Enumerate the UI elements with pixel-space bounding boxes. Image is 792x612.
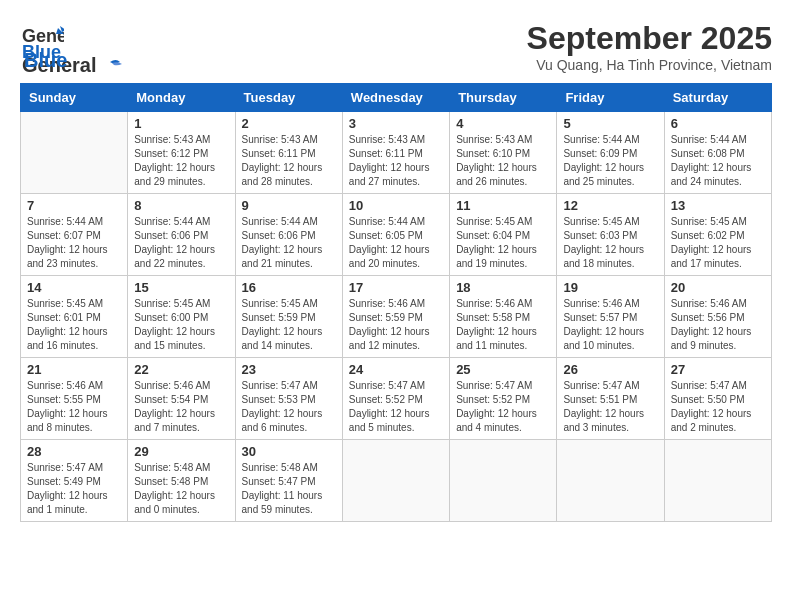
day-number: 9 (242, 198, 336, 213)
calendar-week-row: 28Sunrise: 5:47 AM Sunset: 5:49 PM Dayli… (21, 440, 772, 522)
cell-content: Sunrise: 5:43 AM Sunset: 6:12 PM Dayligh… (134, 133, 228, 189)
day-number: 8 (134, 198, 228, 213)
calendar-cell: 29Sunrise: 5:48 AM Sunset: 5:48 PM Dayli… (128, 440, 235, 522)
cell-content: Sunrise: 5:43 AM Sunset: 6:11 PM Dayligh… (349, 133, 443, 189)
calendar-cell: 19Sunrise: 5:46 AM Sunset: 5:57 PM Dayli… (557, 276, 664, 358)
calendar-cell: 24Sunrise: 5:47 AM Sunset: 5:52 PM Dayli… (342, 358, 449, 440)
cell-content: Sunrise: 5:44 AM Sunset: 6:09 PM Dayligh… (563, 133, 657, 189)
day-number: 3 (349, 116, 443, 131)
day-number: 1 (134, 116, 228, 131)
calendar-cell: 26Sunrise: 5:47 AM Sunset: 5:51 PM Dayli… (557, 358, 664, 440)
cell-content: Sunrise: 5:47 AM Sunset: 5:51 PM Dayligh… (563, 379, 657, 435)
day-number: 10 (349, 198, 443, 213)
day-number: 6 (671, 116, 765, 131)
cell-content: Sunrise: 5:44 AM Sunset: 6:08 PM Dayligh… (671, 133, 765, 189)
cell-content: Sunrise: 5:44 AM Sunset: 6:06 PM Dayligh… (134, 215, 228, 271)
calendar-cell: 14Sunrise: 5:45 AM Sunset: 6:01 PM Dayli… (21, 276, 128, 358)
day-number: 19 (563, 280, 657, 295)
cell-content: Sunrise: 5:45 AM Sunset: 6:02 PM Dayligh… (671, 215, 765, 271)
calendar-week-row: 1Sunrise: 5:43 AM Sunset: 6:12 PM Daylig… (21, 112, 772, 194)
calendar-cell: 5Sunrise: 5:44 AM Sunset: 6:09 PM Daylig… (557, 112, 664, 194)
calendar-cell: 11Sunrise: 5:45 AM Sunset: 6:04 PM Dayli… (450, 194, 557, 276)
calendar-cell: 23Sunrise: 5:47 AM Sunset: 5:53 PM Dayli… (235, 358, 342, 440)
cell-content: Sunrise: 5:44 AM Sunset: 6:07 PM Dayligh… (27, 215, 121, 271)
weekday-header-thursday: Thursday (450, 84, 557, 112)
cell-content: Sunrise: 5:47 AM Sunset: 5:49 PM Dayligh… (27, 461, 121, 517)
location-subtitle: Vu Quang, Ha Tinh Province, Vietnam (527, 57, 772, 73)
calendar-cell (664, 440, 771, 522)
day-number: 13 (671, 198, 765, 213)
cell-content: Sunrise: 5:48 AM Sunset: 5:48 PM Dayligh… (134, 461, 228, 517)
title-section: September 2025 Vu Quang, Ha Tinh Provinc… (527, 20, 772, 73)
day-number: 27 (671, 362, 765, 377)
cell-content: Sunrise: 5:46 AM Sunset: 5:55 PM Dayligh… (27, 379, 121, 435)
cell-content: Sunrise: 5:45 AM Sunset: 6:03 PM Dayligh… (563, 215, 657, 271)
calendar-cell: 15Sunrise: 5:45 AM Sunset: 6:00 PM Dayli… (128, 276, 235, 358)
calendar-cell: 8Sunrise: 5:44 AM Sunset: 6:06 PM Daylig… (128, 194, 235, 276)
calendar-cell (342, 440, 449, 522)
calendar-cell (21, 112, 128, 194)
cell-content: Sunrise: 5:44 AM Sunset: 6:06 PM Dayligh… (242, 215, 336, 271)
svg-text:Blue: Blue (22, 42, 61, 62)
calendar-cell: 25Sunrise: 5:47 AM Sunset: 5:52 PM Dayli… (450, 358, 557, 440)
month-title: September 2025 (527, 20, 772, 57)
cell-content: Sunrise: 5:47 AM Sunset: 5:52 PM Dayligh… (456, 379, 550, 435)
cell-content: Sunrise: 5:44 AM Sunset: 6:05 PM Dayligh… (349, 215, 443, 271)
day-number: 17 (349, 280, 443, 295)
calendar-cell: 17Sunrise: 5:46 AM Sunset: 5:59 PM Dayli… (342, 276, 449, 358)
calendar-cell: 3Sunrise: 5:43 AM Sunset: 6:11 PM Daylig… (342, 112, 449, 194)
day-number: 4 (456, 116, 550, 131)
day-number: 20 (671, 280, 765, 295)
day-number: 22 (134, 362, 228, 377)
calendar-cell: 13Sunrise: 5:45 AM Sunset: 6:02 PM Dayli… (664, 194, 771, 276)
day-number: 26 (563, 362, 657, 377)
cell-content: Sunrise: 5:46 AM Sunset: 5:57 PM Dayligh… (563, 297, 657, 353)
calendar-cell: 18Sunrise: 5:46 AM Sunset: 5:58 PM Dayli… (450, 276, 557, 358)
day-number: 11 (456, 198, 550, 213)
calendar-cell: 20Sunrise: 5:46 AM Sunset: 5:56 PM Dayli… (664, 276, 771, 358)
day-number: 23 (242, 362, 336, 377)
weekday-header-wednesday: Wednesday (342, 84, 449, 112)
cell-content: Sunrise: 5:47 AM Sunset: 5:52 PM Dayligh… (349, 379, 443, 435)
calendar-cell: 28Sunrise: 5:47 AM Sunset: 5:49 PM Dayli… (21, 440, 128, 522)
day-number: 12 (563, 198, 657, 213)
calendar-week-row: 14Sunrise: 5:45 AM Sunset: 6:01 PM Dayli… (21, 276, 772, 358)
cell-content: Sunrise: 5:48 AM Sunset: 5:47 PM Dayligh… (242, 461, 336, 517)
day-number: 16 (242, 280, 336, 295)
day-number: 18 (456, 280, 550, 295)
weekday-header-sunday: Sunday (21, 84, 128, 112)
calendar-cell: 4Sunrise: 5:43 AM Sunset: 6:10 PM Daylig… (450, 112, 557, 194)
calendar-cell: 10Sunrise: 5:44 AM Sunset: 6:05 PM Dayli… (342, 194, 449, 276)
calendar-table: SundayMondayTuesdayWednesdayThursdayFrid… (20, 83, 772, 522)
calendar-cell: 30Sunrise: 5:48 AM Sunset: 5:47 PM Dayli… (235, 440, 342, 522)
logo: General Blue General Blue (20, 20, 122, 72)
cell-content: Sunrise: 5:45 AM Sunset: 6:01 PM Dayligh… (27, 297, 121, 353)
day-number: 29 (134, 444, 228, 459)
calendar-cell: 9Sunrise: 5:44 AM Sunset: 6:06 PM Daylig… (235, 194, 342, 276)
day-number: 7 (27, 198, 121, 213)
day-number: 5 (563, 116, 657, 131)
cell-content: Sunrise: 5:43 AM Sunset: 6:11 PM Dayligh… (242, 133, 336, 189)
day-number: 25 (456, 362, 550, 377)
weekday-header-friday: Friday (557, 84, 664, 112)
day-number: 24 (349, 362, 443, 377)
calendar-cell: 1Sunrise: 5:43 AM Sunset: 6:12 PM Daylig… (128, 112, 235, 194)
calendar-cell (450, 440, 557, 522)
cell-content: Sunrise: 5:46 AM Sunset: 5:59 PM Dayligh… (349, 297, 443, 353)
day-number: 21 (27, 362, 121, 377)
day-number: 28 (27, 444, 121, 459)
calendar-cell: 12Sunrise: 5:45 AM Sunset: 6:03 PM Dayli… (557, 194, 664, 276)
calendar-cell: 22Sunrise: 5:46 AM Sunset: 5:54 PM Dayli… (128, 358, 235, 440)
calendar-cell: 16Sunrise: 5:45 AM Sunset: 5:59 PM Dayli… (235, 276, 342, 358)
cell-content: Sunrise: 5:46 AM Sunset: 5:58 PM Dayligh… (456, 297, 550, 353)
calendar-cell: 2Sunrise: 5:43 AM Sunset: 6:11 PM Daylig… (235, 112, 342, 194)
calendar-cell (557, 440, 664, 522)
day-number: 2 (242, 116, 336, 131)
cell-content: Sunrise: 5:43 AM Sunset: 6:10 PM Dayligh… (456, 133, 550, 189)
cell-content: Sunrise: 5:45 AM Sunset: 6:04 PM Dayligh… (456, 215, 550, 271)
calendar-header-row: SundayMondayTuesdayWednesdayThursdayFrid… (21, 84, 772, 112)
calendar-cell: 21Sunrise: 5:46 AM Sunset: 5:55 PM Dayli… (21, 358, 128, 440)
calendar-week-row: 21Sunrise: 5:46 AM Sunset: 5:55 PM Dayli… (21, 358, 772, 440)
weekday-header-tuesday: Tuesday (235, 84, 342, 112)
day-number: 15 (134, 280, 228, 295)
